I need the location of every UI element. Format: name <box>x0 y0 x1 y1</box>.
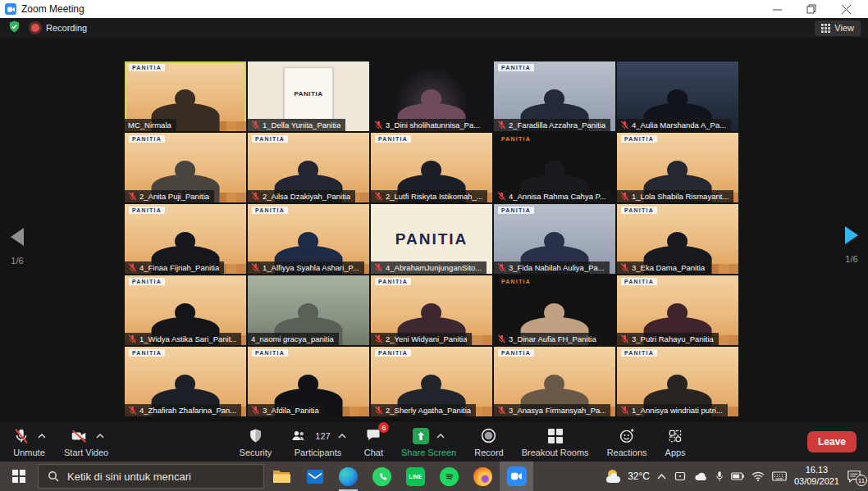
edge-browser-icon[interactable] <box>331 461 365 491</box>
muted-mic-icon <box>374 334 383 343</box>
participant-name: 3_Fida Nabilah Auliya_Pa... <box>509 263 605 272</box>
onedrive-cloud-icon[interactable] <box>694 471 708 481</box>
participant-tile[interactable]: PANITIA 4_Finaa Fijriah_Panitia <box>125 204 246 274</box>
participant-name: 1_Lola Shabila Rismayant... <box>632 192 729 201</box>
tile-banner: PANITIA <box>375 278 411 285</box>
keyboard-icon[interactable] <box>772 471 787 481</box>
record-icon <box>480 427 497 444</box>
participant-name: 1_Della Yunita_Panitia <box>263 120 340 130</box>
taskbar-search-input[interactable]: Ketik di sini untuk mencari <box>38 464 264 489</box>
grid-view-icon <box>821 24 830 33</box>
mic-options-chevron-icon[interactable] <box>38 434 46 439</box>
weather-widget[interactable]: 32°C <box>606 470 650 483</box>
participant-tile[interactable]: PANITIA 4_AbrahamJunjunganSito... <box>371 204 492 274</box>
line-app-icon[interactable]: LINE <box>399 461 432 491</box>
participant-tile[interactable]: PANITIA 3_Fida Nabilah Auliya_Pa... <box>494 204 615 274</box>
reactions-button[interactable]: Reactions <box>598 422 656 461</box>
participant-tile[interactable]: PANITIA 4_Annisa Rahma Cahya P... <box>494 133 615 202</box>
leave-button[interactable]: Leave <box>807 431 857 452</box>
whatsapp-icon[interactable] <box>365 461 399 491</box>
mic-muted-icon <box>12 427 30 445</box>
muted-mic-icon <box>620 334 629 343</box>
participant-name: 4_Finaa Fijriah_Panitia <box>139 263 219 272</box>
video-options-chevron-icon[interactable] <box>96 434 104 439</box>
participant-name: 3_Dinar Aufia FH_Panitia <box>509 334 596 343</box>
participant-tile[interactable]: PANITIA 2_Sherly Agatha_Panitia <box>371 347 492 416</box>
wifi-icon[interactable] <box>752 471 765 481</box>
encryption-shield-icon[interactable] <box>7 20 21 37</box>
mail-icon[interactable] <box>298 461 331 491</box>
start-button[interactable] <box>0 461 38 491</box>
tile-banner: PANITIA <box>252 207 288 214</box>
action-center-button[interactable]: 11 <box>847 470 861 483</box>
participant-tile[interactable]: PANITIA 3_Dinar Aufia FH_Panitia <box>494 275 615 345</box>
participant-tile[interactable]: PANITIA 3_Putri Rahayu_Panitia <box>617 275 738 345</box>
share-options-chevron-icon[interactable] <box>436 434 445 439</box>
participant-tile[interactable]: 4_naomi gracya_panitia <box>248 275 369 345</box>
participant-tile[interactable]: PANITIA 1_Lola Shabila Rismayant... <box>617 133 738 202</box>
participant-tile[interactable]: PANITIA 2_Ailsa Dzakiyah_Panitia <box>248 133 369 202</box>
minimize-button[interactable] <box>760 0 794 18</box>
participant-name: 4_Aulia Marshanda A_Pa... <box>632 120 726 130</box>
close-button[interactable] <box>829 0 863 18</box>
taskbar-app-icons: LINE <box>264 461 533 491</box>
tray-mic-icon[interactable] <box>715 471 724 482</box>
apps-button[interactable]: Apps <box>656 422 695 461</box>
zoom-taskbar-icon[interactable] <box>500 461 533 491</box>
participant-tile[interactable]: PANITIA 2_Yeni Widyani_Panitia <box>371 275 492 345</box>
tray-chevron-up-icon[interactable] <box>657 474 666 480</box>
participant-tile[interactable]: PANITIA 2_Anita Puji_Panitia <box>125 133 246 202</box>
breakout-rooms-button[interactable]: Breakout Rooms <box>513 422 598 461</box>
tile-certificate: PANITIA <box>284 67 333 120</box>
file-explorer-icon[interactable] <box>264 461 298 491</box>
record-button[interactable]: Record <box>465 422 512 461</box>
clock-time: 16.13 <box>794 465 839 476</box>
participant-tile[interactable]: PANITIA 2_Lutfi Riskyta Istikomah_... <box>371 133 492 202</box>
tile-banner: PANITIA <box>129 207 165 214</box>
unmute-button[interactable]: Unmute <box>3 422 55 461</box>
muted-mic-icon <box>128 334 137 343</box>
participant-name: 2_Faradilla Azzahra_Panitia <box>509 120 605 130</box>
participant-tile[interactable]: PANITIA 3_Anasya Firmansyah_Pa... <box>494 347 615 416</box>
participant-tile[interactable]: PANITIA 1_Widya Astika Sari_Panit... <box>125 275 246 345</box>
meeting-toolbar: Unmute Start Video Security 127 Particip… <box>0 422 868 461</box>
participant-tile[interactable]: PANITIA 3_Afdila_Panitia <box>248 347 369 416</box>
participants-button[interactable]: 127 Participants <box>281 422 354 461</box>
reactions-label: Reactions <box>607 448 647 457</box>
restore-button[interactable] <box>794 0 829 18</box>
participant-tile[interactable]: PANITIA 2_Faradilla Azzahra_Panitia <box>494 61 615 131</box>
participant-tile[interactable]: PANITIA 1_Alfiyya Syahla Ashari_P... <box>248 204 369 274</box>
participants-chevron-icon[interactable] <box>338 434 346 439</box>
muted-mic-icon <box>374 263 383 272</box>
prev-page-arrow-icon[interactable] <box>11 228 24 246</box>
battery-icon[interactable] <box>731 472 744 480</box>
recording-indicator[interactable]: Recording <box>31 23 87 33</box>
participant-tile[interactable]: PANITIA 1_Annisya windriati putri... <box>617 347 738 416</box>
taskbar-clock[interactable]: 16.13 03/09/2021 <box>794 465 839 488</box>
participant-tile[interactable]: PANITIA 1_Della Yunita_Panitia <box>248 61 369 131</box>
chat-button[interactable]: 6 Chat <box>355 422 392 461</box>
start-video-button[interactable]: Start Video <box>55 422 117 461</box>
participants-label: Participants <box>295 448 341 457</box>
participant-name: 3_Eka Dama_Panitia <box>632 263 705 272</box>
muted-mic-icon <box>497 120 506 130</box>
next-page-arrow-icon[interactable] <box>845 226 858 244</box>
participant-nameplate: 2_Ailsa Dzakiyah_Panitia <box>248 190 355 202</box>
participant-tile[interactable]: PANITIA 4_Zhafirah Zhafarina_Pan... <box>125 347 246 416</box>
participant-tile[interactable]: PANITIA 3_Eka Dama_Panitia <box>617 204 738 274</box>
spotify-icon[interactable] <box>432 461 466 491</box>
start-video-label: Start Video <box>64 448 108 457</box>
security-button[interactable]: Security <box>231 422 281 461</box>
participant-tile[interactable]: 3_Dini sholihatunnisa_Pa... <box>371 61 492 131</box>
participant-nameplate: 2_Faradilla Azzahra_Panitia <box>494 119 610 131</box>
tablet-mode-icon[interactable] <box>674 471 687 482</box>
gallery-prev-page[interactable]: 1/6 <box>11 228 24 266</box>
participant-tile[interactable]: 4_Aulia Marshanda A_Pa... <box>617 61 738 131</box>
share-screen-button[interactable]: Share Screen <box>392 422 465 461</box>
participant-tile[interactable]: PANITIA MC_Nirmala <box>125 61 246 131</box>
view-button[interactable]: View <box>815 20 861 36</box>
gallery-next-page[interactable]: 1/6 <box>845 226 858 264</box>
firefox-icon[interactable] <box>466 461 500 491</box>
muted-mic-icon <box>497 334 506 343</box>
participant-name: 3_Afdila_Panitia <box>263 406 319 415</box>
